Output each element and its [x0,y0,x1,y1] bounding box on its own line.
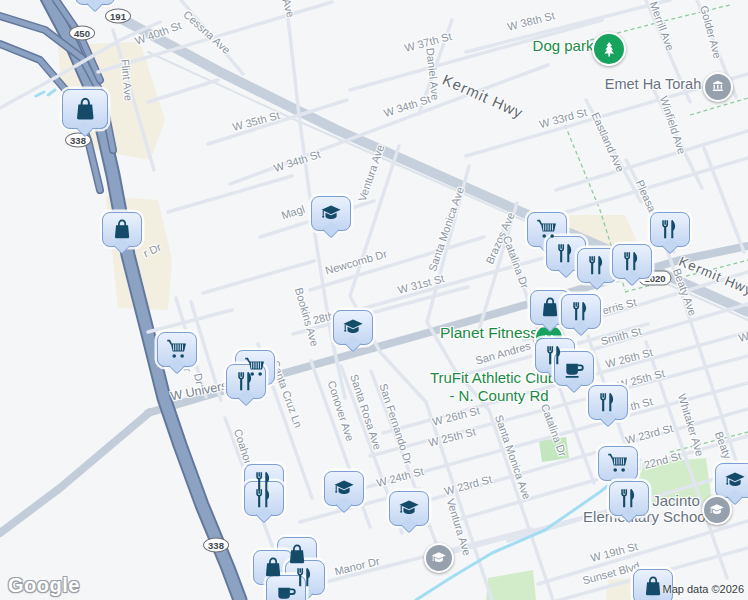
map-canvas[interactable]: W 40th StCessna AveFlint AveW 38th StW 3… [0,0,748,600]
institution-marker[interactable] [703,72,733,102]
graduation-cap-marker[interactable] [424,543,454,573]
graduation-cap-marker[interactable] [702,495,732,525]
shopping-cart-pin[interactable] [598,446,638,481]
graduation-cap-icon [395,496,423,520]
coffee-icon [272,580,300,600]
restaurant-icon [615,486,643,510]
restaurant-icon [618,249,646,273]
graduation-cap-icon [430,549,448,567]
restaurant-icon [567,299,595,323]
graduation-cap-icon [721,468,748,492]
shopping-bag-icon [536,295,564,319]
tree-marker[interactable] [592,32,626,66]
shopping-bag-pin[interactable] [633,569,673,600]
graduation-cap-pin[interactable] [389,491,429,526]
nw-st-1 [148,80,218,102]
shopping-cart-pin[interactable] [157,332,197,367]
restaurant-pin[interactable] [612,244,652,279]
graduation-cap-pin[interactable] [715,463,748,498]
restaurant-icon [232,369,260,393]
shopping-cart-icon [163,337,191,361]
shopping-bag-icon [259,555,287,579]
shopping-bag-icon [639,574,667,598]
graduation-cap-pin[interactable] [333,310,373,345]
shopping-bag-pin[interactable] [75,0,115,5]
shopping-bag-pin[interactable] [62,89,108,129]
sw-diagonal-rd [0,412,150,533]
poi-label-n-county-rd[interactable]: - N. County Rd [449,387,548,404]
restaurant-icon [583,253,611,277]
graduation-cap-icon [330,476,358,500]
shopping-bag-icon [108,217,136,241]
restaurant-pin[interactable] [226,364,266,399]
shopping-bag-icon [283,542,311,566]
restaurant-pin[interactable] [244,481,284,516]
google-logo[interactable]: Google [8,574,80,597]
street-label-dr: Dr [192,372,206,386]
tree-icon [599,39,619,59]
route-shield-450: 450 [69,26,95,41]
poi-label-dog-park[interactable]: Dog park [533,37,594,54]
pond-mark-2 [48,90,55,95]
restaurant-icon [656,217,684,241]
restaurant-icon [250,486,278,510]
restaurant-icon [552,241,580,265]
ne-st-1 [556,131,748,190]
shopping-bag-icon [69,95,102,123]
route-shield-338: 338 [203,538,229,553]
graduation-cap-icon [708,501,726,519]
shopping-cart-icon [533,217,561,241]
poi-label-planet-fitness[interactable]: Planet Fitness [440,324,538,342]
shopping-bag-pin[interactable] [102,212,142,247]
route-shield-191: 191 [105,9,131,24]
pond-mark-1 [36,92,44,96]
graduation-cap-pin[interactable] [311,196,351,231]
left-st [148,310,232,332]
graduation-cap-icon [339,315,367,339]
map-data-attribution: Map data ©2026 [663,583,745,595]
institution-icon [709,78,727,96]
coffee-icon [560,356,588,380]
poi-label-emet-ha-torah[interactable]: Emet Ha Torah [605,76,701,92]
restaurant-pin[interactable] [577,248,617,283]
coffee-pin[interactable] [554,351,594,386]
graduation-cap-pin[interactable] [324,471,364,506]
graduation-cap-icon [317,201,345,225]
restaurant-icon [594,390,622,414]
restaurant-pin[interactable] [561,294,601,329]
poi-label-jacinto[interactable]: Jacinto [652,492,700,509]
shopping-cart-icon [604,451,632,475]
nw-st-2 [168,176,292,212]
restaurant-pin[interactable] [650,212,690,247]
restaurant-pin[interactable] [588,385,628,420]
park-bottom [486,570,536,600]
restaurant-pin[interactable] [609,481,649,516]
w-37th-st [350,20,602,90]
